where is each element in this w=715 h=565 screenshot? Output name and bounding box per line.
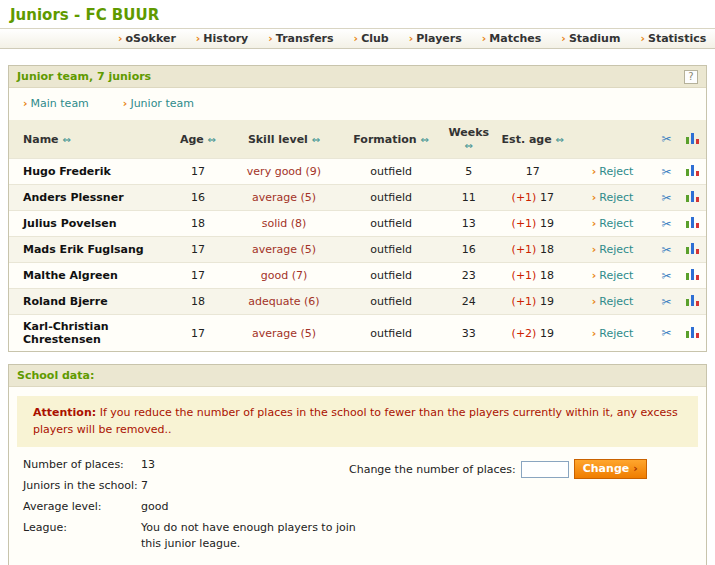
arrow-icon: › (118, 32, 123, 45)
reject-link[interactable]: ›Reject (592, 243, 634, 256)
scissors-icon[interactable]: ✂ (662, 269, 672, 283)
table-row: Mads Erik Fuglsang 17 average (5) outfie… (9, 237, 706, 263)
column-header-chart[interactable] (680, 120, 706, 159)
arrow-icon: › (561, 32, 566, 45)
column-header-age[interactable]: Age ⇔ (166, 120, 229, 159)
bar-chart-icon[interactable] (686, 190, 699, 202)
field-value: good (141, 499, 168, 515)
arrow-icon: › (196, 32, 201, 45)
reject-link[interactable]: ›Reject (592, 295, 634, 308)
column-header-weeks[interactable]: Weeks ⇔ (444, 120, 494, 159)
reject-link[interactable]: ›Reject (592, 191, 634, 204)
main-team-link[interactable]: ›Main team (23, 97, 89, 110)
school-content: Change the number of places: Change› Num… (9, 453, 706, 565)
junior-team-link[interactable]: ›Junior team (123, 97, 194, 110)
bar-chart-icon[interactable] (686, 268, 699, 280)
reject-link[interactable]: ›Reject (592, 327, 634, 340)
bar-chart-icon[interactable] (686, 326, 699, 338)
field-value: You do not have enough players to join t… (141, 520, 366, 552)
scissors-icon[interactable]: ✂ (662, 217, 672, 231)
bar-chart-icon[interactable] (686, 242, 699, 254)
scissors-icon[interactable]: ✂ (662, 326, 672, 340)
nav-item-matches[interactable]: ›Matches (482, 32, 542, 45)
column-header-est-age[interactable]: Est. age ⇔ (494, 120, 572, 159)
nav-item-label: Stadium (569, 32, 621, 45)
table-row: Karl-Christian Chrestensen 17 average (5… (9, 315, 706, 352)
reject-link[interactable]: ›Reject (592, 217, 634, 230)
nav-item-label: Statistics (648, 32, 706, 45)
est-age-value: 19 (540, 217, 554, 230)
nav-item-club[interactable]: ›Club (354, 32, 389, 45)
scissors-icon[interactable]: ✂ (662, 191, 672, 205)
formation-cell: outfield (339, 289, 444, 315)
scissors-icon[interactable]: ✂ (662, 295, 672, 309)
sort-icon[interactable]: ⇔ (556, 134, 564, 145)
field-league: League: You do not have enough players t… (23, 520, 692, 552)
est-age-value: 17 (540, 191, 554, 204)
scissors-icon[interactable]: ✂ (662, 243, 672, 257)
est-age-cell: (+1) 18 (494, 263, 572, 289)
formation-cell: outfield (339, 211, 444, 237)
reject-cell: ›Reject (572, 263, 654, 289)
reject-label: Reject (599, 295, 633, 308)
column-header-release[interactable]: ✂ (653, 120, 679, 159)
est-age-delta: (+1) (512, 269, 537, 282)
change-button[interactable]: Change› (574, 459, 647, 479)
arrow-icon: › (592, 295, 597, 308)
nav-item-statistics[interactable]: ›Statistics (640, 32, 706, 45)
scissors-cell: ✂ (653, 185, 679, 211)
est-age-cell: (+1) 17 (494, 185, 572, 211)
scissors-icon[interactable]: ✂ (662, 132, 672, 146)
table-row: Roland Bjerre 18 adequate (6) outfield 2… (9, 289, 706, 315)
sort-icon[interactable]: ⇔ (312, 134, 320, 145)
field-value: 7 (141, 478, 148, 494)
sort-icon[interactable]: ⇔ (465, 140, 473, 151)
panel-title: Junior team, 7 juniors (17, 70, 151, 83)
weeks-cell: 23 (444, 263, 494, 289)
bar-chart-icon[interactable] (686, 132, 699, 144)
attention-message: Attention: If you reduce the number of p… (17, 396, 698, 447)
nav-item-players[interactable]: ›Players (409, 32, 462, 45)
reject-label: Reject (599, 165, 633, 178)
help-button[interactable]: ? (684, 70, 698, 84)
est-age-delta: (+1) (512, 243, 537, 256)
change-places-form: Change the number of places: Change› (349, 459, 647, 479)
reject-link[interactable]: ›Reject (592, 165, 634, 178)
nav-item-osokker[interactable]: ›oSokker (118, 32, 176, 45)
age-cell: 16 (166, 185, 229, 211)
chart-cell (680, 237, 706, 263)
arrow-icon: › (23, 97, 28, 110)
weeks-cell: 5 (444, 159, 494, 185)
arrow-icon: › (409, 32, 414, 45)
est-age-cell: (+1) 19 (494, 211, 572, 237)
nav-item-transfers[interactable]: ›Transfers (268, 32, 333, 45)
places-input[interactable] (521, 461, 569, 478)
scissors-icon[interactable]: ✂ (662, 165, 672, 179)
name-cell: Mads Erik Fuglsang (9, 237, 166, 263)
est-age-cell: (+1) 18 (494, 237, 572, 263)
sort-icon[interactable]: ⇔ (208, 134, 216, 145)
scissors-cell: ✂ (653, 315, 679, 352)
column-header-name[interactable]: Name ⇔ (9, 120, 166, 159)
column-header-skill[interactable]: Skill level ⇔ (229, 120, 338, 159)
reject-cell: ›Reject (572, 211, 654, 237)
nav-item-history[interactable]: ›History (196, 32, 248, 45)
school-data-panel-header: School data: (9, 365, 706, 387)
nav-item-label: Players (416, 32, 462, 45)
attention-text: If you reduce the number of places in th… (33, 406, 678, 436)
arrow-icon: › (592, 217, 597, 230)
nav-item-label: Transfers (276, 32, 334, 45)
age-cell: 18 (166, 289, 229, 315)
est-age-delta: (+1) (512, 191, 537, 204)
bar-chart-icon[interactable] (686, 294, 699, 306)
sort-icon[interactable]: ⇔ (62, 134, 70, 145)
bar-chart-icon[interactable] (686, 164, 699, 176)
bar-chart-icon[interactable] (686, 216, 699, 228)
sort-icon[interactable]: ⇔ (420, 134, 428, 145)
nav-item-stadium[interactable]: ›Stadium (561, 32, 620, 45)
column-header-formation[interactable]: Formation ⇔ (339, 120, 444, 159)
reject-link[interactable]: ›Reject (592, 269, 634, 282)
reject-cell: ›Reject (572, 159, 654, 185)
juniors-table: Name ⇔ Age ⇔ Skill level ⇔ Formation ⇔ W… (9, 120, 706, 351)
est-age-value: 17 (526, 165, 540, 178)
